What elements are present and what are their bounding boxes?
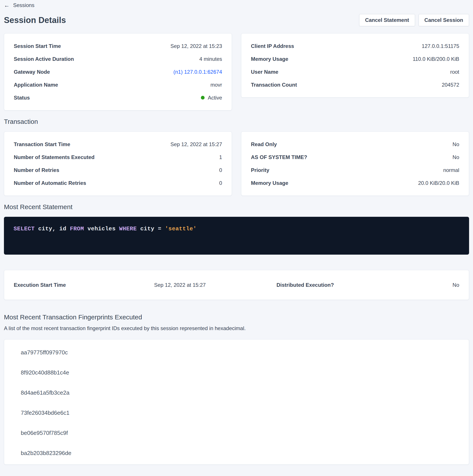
session-info-card: Session Start Time Sep 12, 2022 at 15:23… [4,33,232,110]
session-active-duration-row: Session Active Duration 4 minutes [14,52,222,65]
row-value: 127.0.0.1:51175 [422,43,459,49]
row-label: Read Only [251,141,277,147]
row-value: normal [443,167,459,173]
row-label: Status [14,95,30,101]
as-of-system-time-row: AS OF SYSTEM TIME? No [251,151,459,164]
row-label: Number of Retries [14,167,59,173]
session-start-time-row: Session Start Time Sep 12, 2022 at 15:23 [14,40,222,52]
fingerprint-item: be06e9570f785c9f [21,430,459,436]
status-row: Status Active [14,91,222,104]
page-title: Session Details [4,16,66,25]
execution-info-card: Execution Start Time Sep 12, 2022 at 15:… [4,270,469,300]
status-active-dot-icon [201,96,205,100]
row-value: Sep 12, 2022 at 15:23 [170,43,222,49]
priority-row: Priority normal [251,164,459,177]
row-value: No [453,141,459,147]
header-actions: Cancel Statement Cancel Session [359,14,469,26]
fingerprints-card: aa79775ff097970c8f920c40d88b1c4e8d4ae61a… [4,339,469,465]
statements-executed-row: Number of Statements Executed 1 [14,151,222,164]
row-value: Sep 12, 2022 at 15:27 [170,141,222,147]
row-value: 4 minutes [199,56,222,62]
row-value: 204572 [442,82,459,88]
automatic-retries-row: Number of Automatic Retries 0 [14,177,222,189]
transaction-count-row: Transaction Count 204572 [251,78,459,91]
back-link-label: Sessions [13,2,34,8]
row-label: Client IP Address [251,43,294,49]
row-value: 1 [219,154,222,160]
distributed-execution-value: No [453,282,459,288]
fingerprints-section-heading: Most Recent Transaction Fingerprints Exe… [4,313,469,321]
execution-start-time-value: Sep 12, 2022 at 15:27 [154,282,277,288]
row-value: 0 [219,180,222,186]
transaction-grid: Transaction Start Time Sep 12, 2022 at 1… [4,132,469,196]
gateway-node-link[interactable]: (n1) 127.0.0.1:62674 [173,69,222,75]
row-label: Application Name [14,82,58,88]
row-label: Session Active Duration [14,56,74,62]
execution-start-time-label: Execution Start Time [14,282,154,288]
transaction-props-card: Read Only No AS OF SYSTEM TIME? No Prior… [241,132,469,196]
row-label: Memory Usage [251,180,288,186]
row-label: User Name [251,69,278,75]
txn-memory-usage-row: Memory Usage 20.0 KiB/20.0 KiB [251,177,459,189]
row-value: 110.0 KiB/200.0 KiB [413,56,459,62]
sessions-back-link[interactable]: ← Sessions [4,0,34,8]
cancel-statement-button[interactable]: Cancel Statement [359,14,415,26]
row-label: Transaction Start Time [14,141,70,147]
row-label: Number of Statements Executed [14,154,94,160]
back-arrow-icon: ← [4,2,10,8]
fingerprint-item: 8d4ae61a5fb3ce2a [21,389,459,396]
fingerprint-item: 73fe26034bd6e6c1 [21,409,459,416]
transaction-info-card: Transaction Start Time Sep 12, 2022 at 1… [4,132,232,196]
fingerprint-item: aa79775ff097970c [21,349,459,356]
statement-section-heading: Most Recent Statement [4,203,469,211]
client-ip-row: Client IP Address 127.0.0.1:51175 [251,40,459,52]
sql-statement: SELECT city, id FROM vehicles WHERE city… [14,225,459,232]
memory-usage-row: Memory Usage 110.0 KiB/200.0 KiB [251,52,459,65]
row-label: Gateway Node [14,69,50,75]
row-value: No [453,154,459,160]
application-name-row: Application Name movr [14,78,222,91]
row-value: movr [211,82,222,88]
status-value: Active [208,95,222,101]
row-label: Session Start Time [14,43,61,49]
fingerprint-item: 8f920c40d88b1c4e [21,369,459,376]
client-info-card: Client IP Address 127.0.0.1:51175 Memory… [241,33,469,98]
row-label: AS OF SYSTEM TIME? [251,154,307,160]
row-label: Memory Usage [251,56,288,62]
retries-row: Number of Retries 0 [14,164,222,177]
distributed-execution-label: Distributed Execution? [277,282,453,288]
status-badge: Active [201,95,222,101]
page-header: Session Details Cancel Statement Cancel … [4,14,469,26]
transaction-section-heading: Transaction [4,118,469,125]
session-details-page: ← Sessions Session Details Cancel Statem… [0,0,473,465]
gateway-node-row: Gateway Node (n1) 127.0.0.1:62674 [14,65,222,78]
sql-statement-box: SELECT city, id FROM vehicles WHERE city… [4,217,469,255]
session-summary-grid: Session Start Time Sep 12, 2022 at 15:23… [4,33,469,110]
transaction-start-time-row: Transaction Start Time Sep 12, 2022 at 1… [14,138,222,151]
row-value: 20.0 KiB/20.0 KiB [418,180,459,186]
read-only-row: Read Only No [251,138,459,151]
user-name-row: User Name root [251,65,459,78]
row-label: Number of Automatic Retries [14,180,86,186]
fingerprints-subtitle: A list of the most recent transaction fi… [4,325,469,331]
cancel-session-button[interactable]: Cancel Session [419,14,469,26]
row-label: Priority [251,167,269,173]
fingerprint-list: aa79775ff097970c8f920c40d88b1c4e8d4ae61a… [21,349,459,457]
fingerprint-item: ba2b203b823296de [21,450,459,457]
row-value: 0 [219,167,222,173]
row-value: root [450,69,459,75]
row-label: Transaction Count [251,82,297,88]
